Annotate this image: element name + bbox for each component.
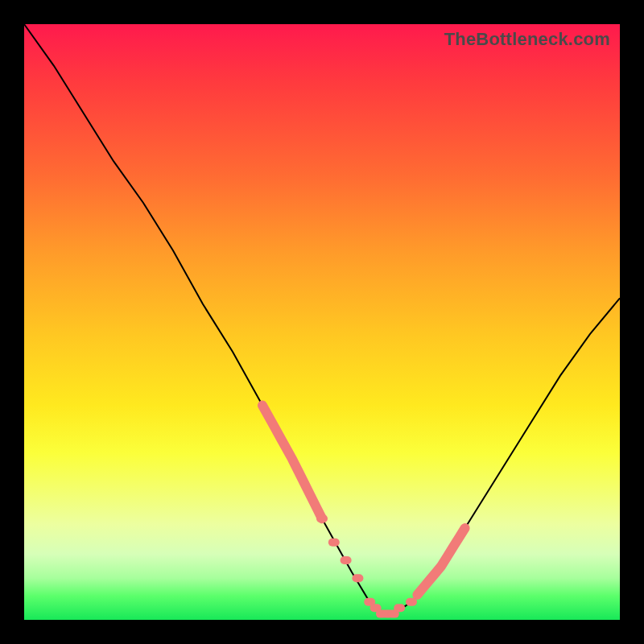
- trough-dot: [341, 556, 352, 564]
- highlight-segment-1: [417, 528, 464, 595]
- plot-area: TheBottleneck.com: [24, 24, 620, 620]
- curve-group: [24, 24, 620, 618]
- trough-dot: [328, 539, 340, 547]
- highlight-segment-0: [262, 406, 322, 519]
- bottleneck-curve: [24, 24, 620, 614]
- chart-frame: TheBottleneck.com: [0, 0, 644, 644]
- trough-dot: [394, 604, 405, 612]
- trough-dot: [406, 598, 417, 606]
- trough-dot: [352, 574, 363, 582]
- trough-dot: [316, 514, 328, 522]
- bottleneck-curve-svg: [24, 24, 620, 620]
